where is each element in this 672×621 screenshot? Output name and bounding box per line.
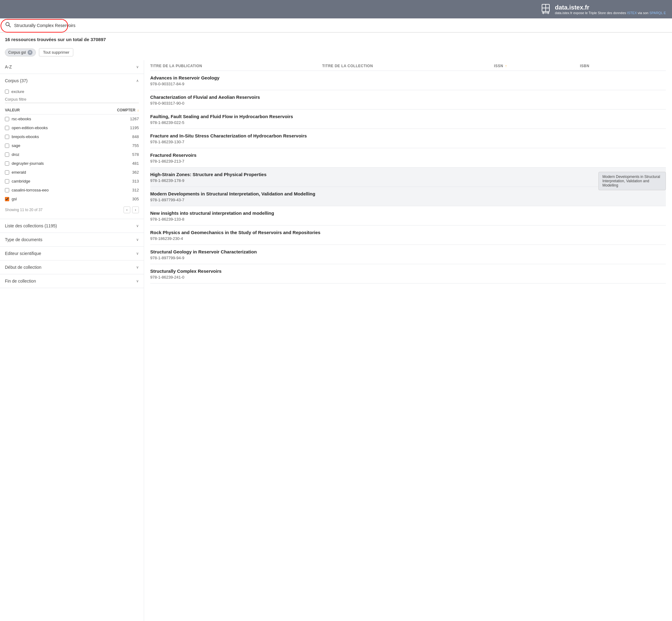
issn-sort-arrow: ↑ [505,64,507,68]
result-title-11[interactable]: Structurally Complex Reservoirs [150,268,666,274]
pagination-text: Showing 11 to 20 of 37 [5,208,43,212]
corpus-checkbox-brepols[interactable] [5,135,9,139]
facet-fin-header[interactable]: Fin de collection ∨ [0,274,144,288]
corpus-count-open-edition: 1195 [130,125,139,130]
result-title-6[interactable]: High-Strain Zones: Structure and Physica… [150,172,666,177]
corpus-label-rsc: rsc-ebooks [12,117,128,121]
chip-corpus-gsl[interactable]: Corpus gsl ✕ [5,48,36,56]
result-isbn-9: 978-186239-230-4 [150,236,666,241]
facet-az-header[interactable]: A-Z ∨ [0,60,144,74]
col-compter-header: COMPTER ↓ [117,108,139,112]
corpus-count-degruyter: 481 [132,161,139,166]
facet-corpus-body: exclure VALEUR COMPTER ↓ rsc-ebooks 1267… [0,87,144,219]
corpus-count-cambridge: 313 [132,179,139,183]
result-title-7[interactable]: Modern Developments in Structural Interp… [150,191,666,196]
result-title-4[interactable]: Fracture and In-Situ Stress Characteriza… [150,133,666,138]
sparql-link[interactable]: SPARQL E [649,11,666,15]
corpus-item-open-edition: open-edition-ebooks 1195 [5,123,139,132]
sort-arrow: ↓ [137,108,139,112]
facet-type: Type de documents ∨ [0,233,144,247]
result-title-5[interactable]: Fractured Reservoirs [150,153,666,158]
corpus-label-brepols: brepols-ebooks [12,134,130,139]
facet-corpus-chevron: ∧ [136,79,139,83]
result-title-8[interactable]: New insights into structural interpretat… [150,210,666,216]
result-item-1: Advances in Reservoir Geology 978-0-9033… [150,71,666,90]
istex-link[interactable]: ISTEX [627,11,637,15]
corpus-item-degruyter: degruyter-journals 481 [5,159,139,168]
facet-type-header[interactable]: Type de documents ∨ [0,233,144,246]
result-item-5: Fractured Reservoirs 978-1-86239-213-7 [150,148,666,168]
corpus-checkbox-cambridge[interactable] [5,179,9,183]
corpus-checkbox-emerald[interactable] [5,170,9,175]
corpus-item-emerald: emerald 362 [5,168,139,177]
corpus-label-open-edition: open-edition-ebooks [12,125,128,130]
result-isbn-5: 978-1-86239-213-7 [150,159,666,164]
pagination-prev[interactable]: ‹ [124,206,130,213]
facet-az: A-Z ∨ [0,60,144,74]
search-input[interactable] [14,23,106,28]
result-item-8: New insights into structural interpretat… [150,206,666,225]
result-isbn-11: 978-1-86239-241-0 [150,275,666,280]
result-row-6: High-Strain Zones: Structure and Physica… [150,172,666,183]
col-collection-header: TITRE DE LA COLLECTION [322,64,494,68]
result-tooltip-6: Modern Developments in Structural Interp… [598,172,666,190]
corpus-item-droz: droz 578 [5,150,139,159]
result-item-4: Fracture and In-Situ Stress Characteriza… [150,129,666,148]
corpus-item-gsl: gsl 305 [5,195,139,203]
facet-corpus-title: Corpus (37) [5,78,28,83]
exclude-row: exclure [5,87,139,96]
facet-editeur-header[interactable]: Editeur scientifique ∨ [0,247,144,260]
corpus-checkbox-sage[interactable] [5,143,9,148]
clear-all-button[interactable]: Tout supprimer [39,48,73,56]
facet-type-chevron: ∨ [136,238,139,242]
facet-debut-header[interactable]: Début de collection ∨ [0,260,144,274]
corpus-checkbox-droz[interactable] [5,153,9,157]
corpus-label-emerald: emerald [12,170,130,175]
corpus-count-emerald: 362 [132,170,139,175]
content-header: TITRE DE LA PUBLICATION TITRE DE LA COLL… [150,60,666,71]
result-isbn-3: 978-1-86239-022-5 [150,120,666,125]
corpus-checkbox-casalini[interactable] [5,188,9,192]
facet-collections: Liste des collections (1195) ∨ [0,219,144,233]
result-isbn-8: 978-1-86239-133-8 [150,217,666,221]
result-item-6: High-Strain Zones: Structure and Physica… [150,168,666,187]
exclude-checkbox[interactable] [5,90,9,93]
corpus-filter-input[interactable] [5,96,139,103]
results-count: 16 ressources trouvées sur un total de 3… [0,33,672,46]
corpus-checkbox-degruyter[interactable] [5,161,9,166]
exclude-label: exclure [11,89,24,94]
col-issn-header[interactable]: ISSN ↑ [494,64,580,68]
result-item-10: Structural Geology in Reservoir Characte… [150,245,666,264]
facet-corpus-header[interactable]: Corpus (37) ∧ [0,74,144,87]
col-isbn-header: ISBN [580,64,666,68]
corpus-pagination: Showing 11 to 20 of 37 ‹ › [5,203,139,214]
corpus-item-sage: sage 755 [5,141,139,150]
corpus-checkbox-gsl[interactable] [5,197,9,201]
corpus-label-sage: sage [12,143,130,148]
facet-collections-header[interactable]: Liste des collections (1195) ∨ [0,219,144,233]
corpus-checkbox-open-edition[interactable] [5,126,9,130]
svg-line-7 [9,26,10,27]
pagination-next[interactable]: › [132,206,139,213]
result-item-9: Rock Physics and Geomechanics in the Stu… [150,225,666,245]
logo-icon [540,3,552,15]
result-isbn-2: 978-0-903317-90-0 [150,101,666,106]
result-isbn-6: 978-1-86239-178-9 [150,178,666,183]
result-isbn-4: 978-1-86239-130-7 [150,139,666,144]
result-item-3: Faulting, Fault Sealing and Fluid Flow i… [150,110,666,129]
result-title-1[interactable]: Advances in Reservoir Geology [150,75,666,80]
chip-close-button[interactable]: ✕ [28,50,33,55]
facet-editeur-title: Editeur scientifique [5,251,41,256]
corpus-item-brepols: brepols-ebooks 848 [5,132,139,141]
facet-editeur-chevron: ∨ [136,251,139,256]
header: data.istex.fr data.istex.fr expose le Tr… [0,0,672,18]
corpus-label-casalini: casalini-torrossa-eeo [12,188,130,192]
site-subtitle: data.istex.fr expose le Triple Store des… [555,11,666,15]
result-title-2[interactable]: Characterization of Fluvial and Aeolian … [150,94,666,100]
facet-collections-chevron: ∨ [136,224,139,228]
corpus-checkbox-rsc[interactable] [5,117,9,121]
result-title-9[interactable]: Rock Physics and Geomechanics in the Stu… [150,230,666,235]
corpus-item-rsc: rsc-ebooks 1267 [5,115,139,123]
result-title-3[interactable]: Faulting, Fault Sealing and Fluid Flow i… [150,114,666,119]
result-title-10[interactable]: Structural Geology in Reservoir Characte… [150,249,666,254]
